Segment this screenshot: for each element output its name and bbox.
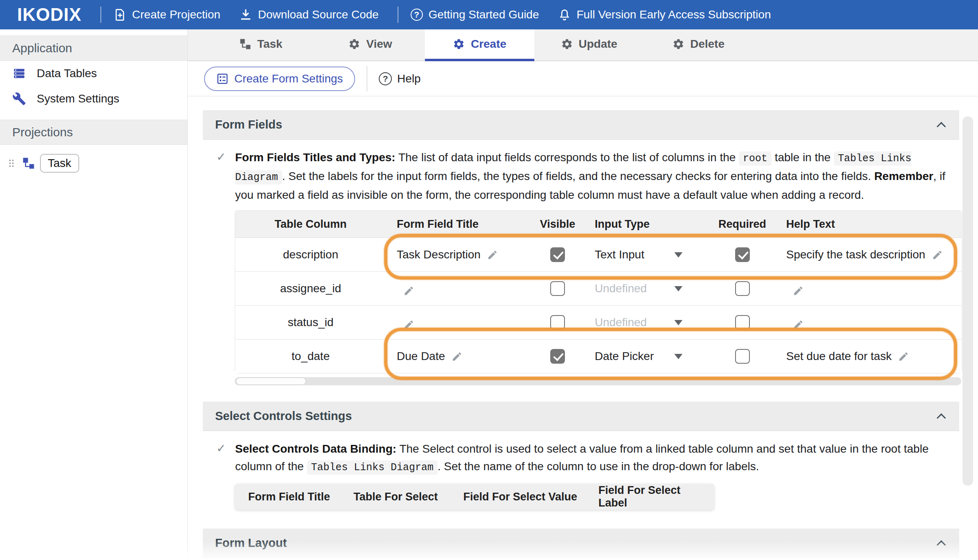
chevron-up-icon[interactable] bbox=[936, 412, 947, 420]
table-row-status-id: status_id Undefined bbox=[235, 305, 962, 339]
create-form-settings-label: Create Form Settings bbox=[234, 72, 343, 85]
edit-pencil-icon[interactable] bbox=[898, 351, 909, 362]
tab-task[interactable]: Task bbox=[206, 29, 316, 61]
tab-view-label: View bbox=[366, 38, 392, 51]
code-root: root bbox=[739, 151, 771, 166]
edit-pencil-icon[interactable] bbox=[793, 285, 804, 296]
create-projection-button[interactable]: Create Projection bbox=[113, 8, 220, 21]
projection-icon bbox=[22, 157, 35, 170]
help-label: Help bbox=[397, 72, 421, 85]
required-checkbox[interactable] bbox=[735, 349, 750, 364]
tab-create[interactable]: Create bbox=[425, 29, 534, 61]
bell-icon bbox=[558, 8, 571, 21]
header-table-column: Table Column bbox=[235, 211, 386, 238]
input-type-select[interactable]: Undefined bbox=[595, 282, 682, 295]
download-source-code-label: Download Source Code bbox=[258, 8, 379, 21]
header-required: Required bbox=[711, 211, 774, 238]
form-fields-table: Table Column Form Field Title Visible In… bbox=[235, 210, 962, 373]
gear-icon bbox=[348, 38, 360, 50]
table-row-assignee-id: assignee_id Undefined bbox=[235, 271, 962, 305]
vertical-scrollbar[interactable] bbox=[962, 116, 973, 486]
edit-pencil-icon[interactable] bbox=[451, 351, 462, 362]
help-circle-icon: ? bbox=[379, 72, 392, 85]
header-table-for-select: Table For Select bbox=[340, 491, 450, 503]
form-field-title-value: Task Description bbox=[397, 248, 480, 261]
help-button[interactable]: ? Help bbox=[379, 72, 421, 85]
sidebar-section-application: Application bbox=[0, 36, 187, 61]
edit-pencil-icon[interactable] bbox=[793, 319, 804, 330]
cell-table-column: status_id bbox=[235, 305, 386, 339]
topbar-divider bbox=[398, 7, 398, 23]
required-checkbox[interactable] bbox=[735, 315, 750, 330]
form-fields-note-text: Form Fields Titles and Types: The list o… bbox=[235, 149, 945, 204]
chevron-up-icon[interactable] bbox=[936, 121, 947, 129]
header-form-field-title: Form Field Title bbox=[386, 211, 531, 238]
form-layout-panel-header[interactable]: Form Layout bbox=[203, 529, 959, 558]
required-checkbox[interactable] bbox=[735, 247, 750, 262]
required-checkbox[interactable] bbox=[735, 281, 750, 296]
getting-started-guide-button[interactable]: ? Getting Started Guide bbox=[411, 8, 539, 21]
edit-pencil-icon[interactable] bbox=[487, 249, 498, 260]
tab-task-label: Task bbox=[257, 38, 282, 51]
create-form-settings-button[interactable]: Create Form Settings bbox=[204, 67, 355, 91]
caret-down-icon bbox=[674, 320, 682, 325]
full-version-subscription-label: Full Version Early Access Subscription bbox=[577, 8, 771, 21]
projection-task-chip[interactable]: Task bbox=[40, 154, 79, 173]
app-logo[interactable]: IKODIX bbox=[17, 4, 82, 25]
input-type-select[interactable]: Undefined bbox=[595, 316, 682, 329]
select-controls-note-text: Select Controls Data Binding: The Select… bbox=[235, 440, 945, 476]
edit-pencil-icon[interactable] bbox=[932, 249, 943, 260]
visible-checkbox[interactable] bbox=[550, 315, 565, 330]
form-settings-icon bbox=[216, 73, 229, 85]
visible-checkbox[interactable] bbox=[550, 349, 565, 364]
header-help-text: Help Text bbox=[774, 211, 962, 238]
tab-view[interactable]: View bbox=[316, 29, 425, 61]
header-form-field-title: Form Field Title bbox=[235, 491, 340, 503]
edit-pencil-icon[interactable] bbox=[403, 319, 414, 330]
projection-icon bbox=[239, 38, 251, 50]
tab-delete[interactable]: Delete bbox=[644, 29, 753, 61]
left-sidebar: Application Data Tables System Settings … bbox=[0, 29, 188, 560]
form-layout-panel: Form Layout ✓ Form Fields Order: Reorder… bbox=[203, 529, 959, 560]
select-controls-table-header: Form Field Title Table For Select Field … bbox=[235, 484, 714, 510]
sidebar-item-data-tables[interactable]: Data Tables bbox=[0, 61, 187, 86]
horizontal-scrollbar[interactable] bbox=[235, 377, 961, 385]
gear-icon bbox=[672, 38, 685, 50]
form-fields-panel: Form Fields ✓ Form Fields Titles and Typ… bbox=[203, 110, 959, 385]
header-field-for-select-value: Field For Select Value bbox=[450, 491, 585, 503]
main-area: Task View Create Update Delete Cre bbox=[188, 29, 978, 560]
cell-table-column: assignee_id bbox=[235, 271, 386, 305]
header-field-for-select-label: Field For Select Label bbox=[585, 484, 701, 509]
topbar-menu: Create Projection Download Source Code ?… bbox=[113, 7, 790, 23]
help-text-value: Set due date for task bbox=[786, 350, 891, 363]
chevron-up-icon[interactable] bbox=[936, 539, 947, 547]
tab-update[interactable]: Update bbox=[534, 29, 644, 61]
download-source-code-button[interactable]: Download Source Code bbox=[239, 8, 379, 21]
sidebar-section-projections: Projections bbox=[0, 120, 187, 145]
topbar-divider bbox=[100, 7, 101, 23]
horizontal-scrollbar-thumb[interactable] bbox=[236, 378, 306, 384]
drag-handle-icon[interactable] bbox=[6, 158, 17, 169]
edit-pencil-icon[interactable] bbox=[403, 285, 414, 296]
application-section-title: Application bbox=[12, 41, 72, 55]
form-fields-panel-header[interactable]: Form Fields bbox=[203, 110, 959, 140]
input-type-select[interactable]: Text Input bbox=[595, 248, 682, 261]
table-row-description: description Task Description Text Input … bbox=[235, 238, 962, 271]
tab-delete-label: Delete bbox=[690, 38, 725, 51]
form-fields-table-zone: Table Column Form Field Title Visible In… bbox=[235, 210, 961, 385]
visible-checkbox[interactable] bbox=[550, 281, 565, 296]
download-icon bbox=[239, 8, 252, 21]
visible-checkbox[interactable] bbox=[550, 247, 565, 262]
help-circle-icon: ? bbox=[411, 9, 423, 21]
create-projection-label: Create Projection bbox=[132, 8, 220, 21]
form-layout-title: Form Layout bbox=[215, 536, 287, 550]
form-fields-note: ✓ Form Fields Titles and Types: The list… bbox=[203, 149, 959, 204]
sidebar-item-system-settings[interactable]: System Settings bbox=[0, 86, 187, 111]
projection-tabs: Task View Create Update Delete bbox=[188, 29, 978, 61]
header-input-type: Input Type bbox=[584, 211, 711, 238]
input-type-select[interactable]: Date Picker bbox=[595, 350, 682, 363]
select-controls-panel-header[interactable]: Select Controls Settings bbox=[203, 402, 959, 431]
full-version-subscription-button[interactable]: Full Version Early Access Subscription bbox=[558, 8, 771, 21]
settings-content: Form Fields ✓ Form Fields Titles and Typ… bbox=[188, 96, 978, 560]
check-icon: ✓ bbox=[216, 149, 235, 204]
